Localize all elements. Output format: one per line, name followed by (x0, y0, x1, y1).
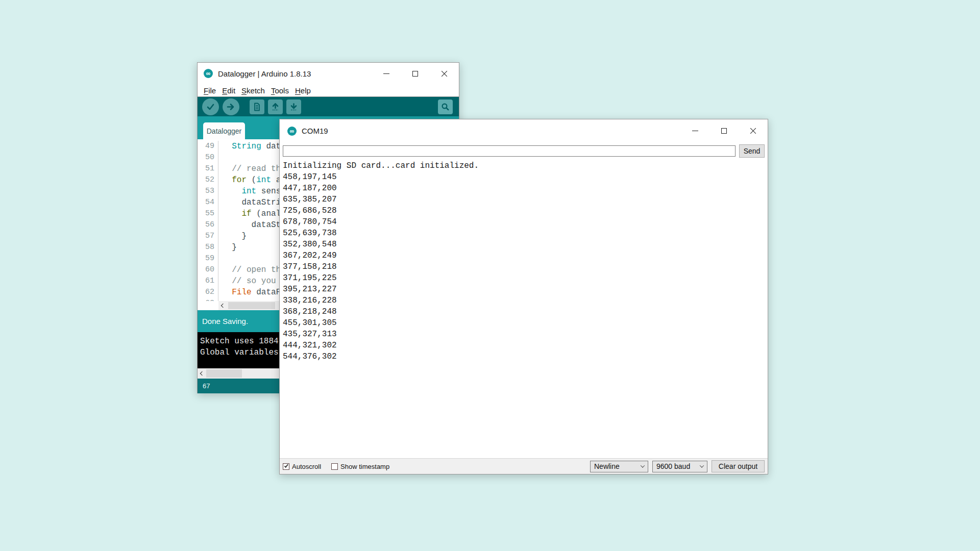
arrow-up-icon (271, 102, 280, 112)
code-text: // so you h (218, 276, 286, 287)
line-number: 61 (198, 276, 218, 287)
minimize-icon (383, 73, 389, 74)
serial-line: 435,327,313 (283, 329, 768, 340)
serial-input[interactable] (283, 145, 736, 157)
serial-line: 367,202,249 (283, 250, 768, 261)
serial-send-row: Send (280, 142, 768, 159)
code-text: dataStrin (218, 197, 286, 208)
show-timestamp-label: Show timestamp (340, 463, 389, 470)
line-number: 57 (198, 231, 218, 242)
minimize-icon (692, 131, 698, 131)
timestamp-option: Show timestamp (331, 463, 389, 470)
baud-rate-value: 9600 baud (656, 462, 696, 470)
ide-window-title: Datalogger | Arduino 1.8.13 (218, 69, 311, 78)
line-number: 58 (198, 242, 218, 253)
line-ending-select[interactable]: Newline (590, 461, 648, 472)
code-text: dataSti (218, 219, 286, 231)
code-text: String data (218, 141, 286, 152)
console-scroll-thumb[interactable] (206, 369, 242, 378)
code-text (218, 253, 222, 264)
autoscroll-option: Autoscroll (283, 463, 321, 470)
serial-monitor-window: ∞ COM19 Send Initializing SD card...card… (279, 119, 768, 474)
chevron-down-icon (700, 463, 704, 467)
line-number: 54 (198, 197, 218, 208)
serial-line: 447,187,200 (283, 183, 768, 194)
editor-scroll-thumb[interactable] (228, 302, 275, 309)
check-icon (206, 102, 215, 112)
chevron-down-icon (641, 463, 645, 467)
document-icon (252, 102, 262, 112)
serial-line: 458,197,145 (283, 171, 768, 183)
serial-output[interactable]: Initializing SD card...card initialized.… (280, 159, 768, 459)
chevron-left-icon (200, 371, 204, 375)
serial-line: 635,385,207 (283, 194, 768, 205)
menu-item-tools[interactable]: Tools (268, 86, 292, 95)
ide-menubar: FileEditSketchToolsHelp (198, 84, 459, 96)
serial-line: 725,686,528 (283, 205, 768, 216)
serial-line: 377,158,218 (283, 261, 768, 272)
serial-line: Initializing SD card...card initialized. (283, 160, 768, 171)
save-sketch-button[interactable] (286, 99, 301, 114)
new-sketch-button[interactable] (250, 99, 264, 114)
line-number: 50 (198, 152, 218, 163)
line-number: 49 (198, 141, 218, 152)
upload-button[interactable] (223, 98, 239, 115)
serial-minimize-button[interactable] (680, 119, 709, 142)
arduino-app-icon: ∞ (287, 127, 297, 136)
code-text: } (218, 231, 247, 242)
line-number: 51 (198, 163, 218, 174)
autoscroll-checkbox[interactable] (283, 463, 289, 470)
serial-close-button[interactable] (739, 119, 768, 142)
line-number: 55 (198, 208, 218, 219)
code-text: // read th (218, 163, 281, 174)
serial-line: 544,376,302 (283, 351, 768, 362)
serial-window-title: COM19 (302, 127, 328, 135)
menu-item-sketch[interactable]: Sketch (238, 86, 268, 95)
arduino-app-icon: ∞ (204, 69, 213, 78)
tab-datalogger[interactable]: Datalogger (203, 122, 245, 139)
send-button[interactable]: Send (739, 144, 765, 158)
line-number: 59 (198, 253, 218, 264)
verify-button[interactable] (202, 98, 219, 115)
arrow-down-icon (289, 102, 299, 112)
line-number: 53 (198, 186, 218, 197)
ide-titlebar[interactable]: ∞ Datalogger | Arduino 1.8.13 (198, 63, 459, 84)
ide-minimize-button[interactable] (372, 63, 401, 84)
baud-rate-select[interactable]: 9600 baud (652, 461, 707, 472)
serial-line: 352,380,548 (283, 239, 768, 250)
clear-output-button[interactable]: Clear output (712, 460, 765, 472)
console-scroll-left-button[interactable] (198, 368, 206, 379)
close-icon (441, 70, 448, 77)
menu-item-file[interactable]: File (201, 86, 219, 95)
menu-item-help[interactable]: Help (292, 86, 314, 95)
scroll-left-button[interactable] (218, 301, 227, 310)
maximize-icon (721, 128, 727, 134)
arrow-right-icon (226, 102, 236, 112)
serial-maximize-button[interactable] (709, 119, 739, 142)
serial-line: 371,195,225 (283, 272, 768, 284)
line-number: 52 (198, 174, 218, 186)
code-text: File dataFi (218, 287, 286, 298)
serial-bottom-bar: Autoscroll Show timestamp Newline 9600 b… (280, 458, 768, 474)
serial-line: 368,218,248 (283, 306, 768, 317)
check-icon (284, 463, 288, 468)
serial-monitor-button[interactable] (438, 99, 453, 114)
serial-titlebar[interactable]: ∞ COM19 (280, 119, 768, 142)
status-text: Done Saving. (202, 317, 248, 325)
ide-maximize-button[interactable] (401, 63, 430, 84)
line-number: 60 (198, 264, 218, 276)
serial-line: 338,216,228 (283, 295, 768, 306)
desktop-background: ∞ Datalogger | Arduino 1.8.13 FileEditSk… (0, 0, 980, 551)
magnifier-icon (440, 102, 450, 112)
show-timestamp-checkbox[interactable] (331, 463, 338, 470)
code-text: // open the (218, 264, 286, 276)
current-line-indicator: 67 (203, 382, 210, 390)
menu-item-edit[interactable]: Edit (219, 86, 238, 95)
code-text: int senso (218, 186, 286, 197)
open-sketch-button[interactable] (268, 99, 283, 114)
code-text: } (218, 242, 237, 253)
ide-close-button[interactable] (430, 63, 459, 84)
line-number: 62 (198, 287, 218, 298)
line-ending-value: Newline (594, 462, 637, 470)
chevron-left-icon (220, 304, 225, 308)
